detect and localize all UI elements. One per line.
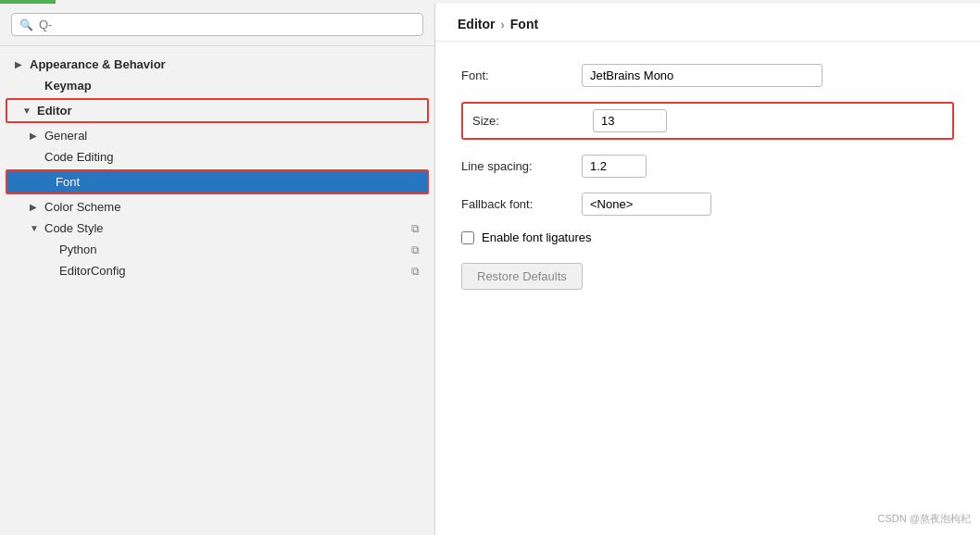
font-label: Font: (461, 68, 582, 82)
ligatures-checkbox[interactable] (461, 231, 474, 244)
line-spacing-row: Line spacing: (461, 155, 954, 178)
sidebar-item-label: Keymap (44, 79, 92, 93)
size-row-wrapper: Size: (461, 102, 954, 140)
content-area: Font: Size: Line spacing: Fallback font: (435, 42, 980, 535)
copy-icon: ⧉ (411, 222, 420, 235)
sidebar-item-label: Python (59, 243, 96, 256)
sidebar-item-python[interactable]: Python ⧉ (0, 239, 434, 260)
sidebar-item-label: General (44, 129, 87, 143)
arrow-icon: ▶ (30, 202, 41, 212)
sidebar-item-editorconfig[interactable]: EditorConfig ⧉ (0, 260, 434, 281)
sidebar-tree: ▶ Appearance & Behavior Keymap ▼ Editor … (0, 46, 434, 535)
sidebar-item-appearance[interactable]: ▶ Appearance & Behavior (0, 54, 434, 75)
sidebar-item-label: Code Style (44, 221, 104, 235)
arrow-icon: ▼ (30, 223, 41, 233)
arrow-icon: ▶ (30, 131, 41, 141)
fallback-label: Fallback font: (461, 197, 582, 211)
sidebar-item-general[interactable]: ▶ General (0, 125, 434, 146)
restore-defaults-button[interactable]: Restore Defaults (461, 263, 583, 290)
sidebar-item-color-scheme[interactable]: ▶ Color Scheme (0, 196, 434, 218)
sidebar-item-code-editing[interactable]: Code Editing (0, 146, 434, 168)
sidebar-item-label: Font (56, 175, 80, 189)
copy-icon: ⧉ (411, 243, 420, 256)
search-bar: 🔍 (0, 4, 434, 46)
sidebar-item-label: Editor (37, 104, 72, 118)
search-input[interactable] (39, 18, 415, 31)
arrow-icon: ▼ (22, 106, 33, 116)
line-spacing-label: Line spacing: (461, 159, 582, 173)
search-wrapper: 🔍 (11, 13, 423, 36)
fallback-font-row: Fallback font: (461, 193, 954, 216)
sidebar-item-editor[interactable]: ▼ Editor (7, 100, 427, 121)
sidebar-item-label: EditorConfig (59, 264, 126, 278)
search-icon: 🔍 (19, 19, 33, 31)
sidebar-item-label: Appearance & Behavior (30, 57, 166, 71)
watermark: CSDN @熬夜泡枸杞 (878, 512, 971, 526)
fallback-input[interactable] (582, 193, 711, 216)
font-row: Font: (461, 64, 954, 87)
sidebar-item-code-style[interactable]: ▼ Code Style ⧉ (0, 218, 434, 239)
sidebar: 🔍 ▶ Appearance & Behavior Keymap ▼ Edito… (0, 4, 435, 535)
sidebar-item-font[interactable]: Font (7, 171, 427, 193)
ligatures-label: Enable font ligatures (482, 230, 592, 244)
size-input[interactable] (593, 109, 667, 132)
arrow-icon: ▶ (15, 59, 26, 69)
breadcrumb-current: Font (510, 17, 538, 31)
sidebar-item-label: Code Editing (44, 150, 113, 164)
main-container: 🔍 ▶ Appearance & Behavior Keymap ▼ Edito… (0, 4, 980, 535)
breadcrumb-parent: Editor (458, 17, 495, 31)
right-panel: Editor › Font Font: Size: Line spacing: (435, 4, 980, 535)
breadcrumb-separator: › (500, 18, 504, 31)
line-spacing-input[interactable] (582, 155, 647, 178)
ligatures-row: Enable font ligatures (461, 230, 954, 244)
sidebar-item-label: Color Scheme (44, 200, 120, 214)
breadcrumb: Editor › Font (435, 4, 980, 42)
font-input[interactable] (582, 64, 823, 87)
copy-icon: ⧉ (411, 265, 420, 278)
sidebar-item-keymap[interactable]: Keymap (0, 75, 434, 96)
size-label: Size: (472, 114, 593, 128)
